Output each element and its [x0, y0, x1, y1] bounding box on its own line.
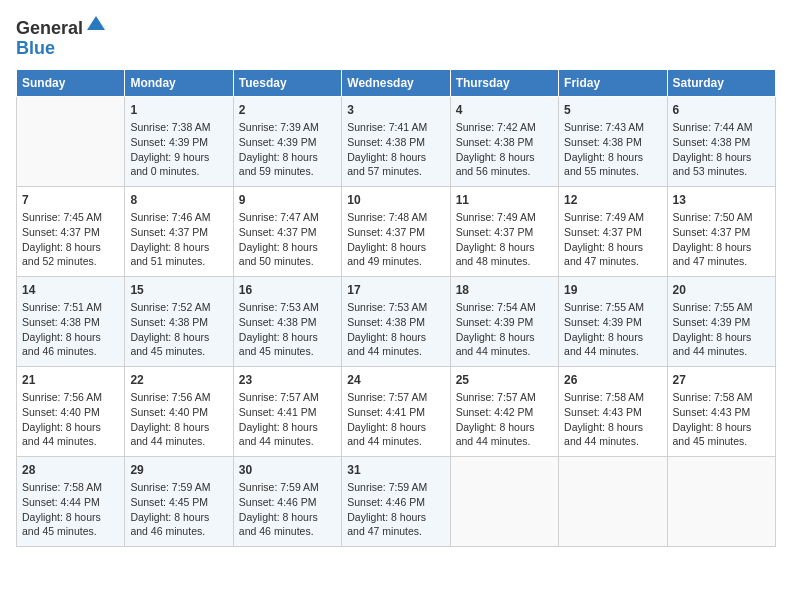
day-info: and 55 minutes. [564, 164, 661, 179]
calendar-cell [17, 96, 125, 186]
day-info: and 44 minutes. [456, 344, 553, 359]
day-info: Sunrise: 7:50 AM [673, 210, 770, 225]
day-number: 8 [130, 192, 227, 209]
day-number: 18 [456, 282, 553, 299]
weekday-header-row: SundayMondayTuesdayWednesdayThursdayFrid… [17, 69, 776, 96]
day-info: Sunrise: 7:55 AM [564, 300, 661, 315]
day-info: and 49 minutes. [347, 254, 444, 269]
calendar-week-row: 14Sunrise: 7:51 AMSunset: 4:38 PMDayligh… [17, 276, 776, 366]
day-info: Sunrise: 7:59 AM [239, 480, 336, 495]
calendar-cell: 7Sunrise: 7:45 AMSunset: 4:37 PMDaylight… [17, 186, 125, 276]
day-info: Sunrise: 7:49 AM [456, 210, 553, 225]
day-info: Sunrise: 7:53 AM [347, 300, 444, 315]
logo-blue: Blue [16, 38, 55, 58]
weekday-header: Friday [559, 69, 667, 96]
calendar-cell: 14Sunrise: 7:51 AMSunset: 4:38 PMDayligh… [17, 276, 125, 366]
day-info: and 44 minutes. [564, 344, 661, 359]
calendar-cell: 24Sunrise: 7:57 AMSunset: 4:41 PMDayligh… [342, 366, 450, 456]
day-info: Daylight: 9 hours [130, 150, 227, 165]
day-info: and 51 minutes. [130, 254, 227, 269]
calendar-cell: 1Sunrise: 7:38 AMSunset: 4:39 PMDaylight… [125, 96, 233, 186]
day-info: Daylight: 8 hours [673, 330, 770, 345]
day-number: 21 [22, 372, 119, 389]
day-number: 3 [347, 102, 444, 119]
day-info: Sunset: 4:37 PM [673, 225, 770, 240]
day-number: 13 [673, 192, 770, 209]
day-number: 29 [130, 462, 227, 479]
day-info: Daylight: 8 hours [239, 510, 336, 525]
day-info: and 44 minutes. [347, 344, 444, 359]
day-number: 31 [347, 462, 444, 479]
calendar-cell: 28Sunrise: 7:58 AMSunset: 4:44 PMDayligh… [17, 456, 125, 546]
calendar-cell [667, 456, 775, 546]
day-info: and 52 minutes. [22, 254, 119, 269]
day-info: Sunrise: 7:59 AM [347, 480, 444, 495]
day-info: Sunrise: 7:51 AM [22, 300, 119, 315]
day-info: Sunset: 4:43 PM [673, 405, 770, 420]
day-info: Daylight: 8 hours [239, 420, 336, 435]
day-number: 6 [673, 102, 770, 119]
calendar-cell [450, 456, 558, 546]
weekday-header: Thursday [450, 69, 558, 96]
day-number: 4 [456, 102, 553, 119]
day-number: 19 [564, 282, 661, 299]
day-number: 15 [130, 282, 227, 299]
day-info: and 44 minutes. [564, 434, 661, 449]
day-number: 30 [239, 462, 336, 479]
calendar-cell: 15Sunrise: 7:52 AMSunset: 4:38 PMDayligh… [125, 276, 233, 366]
day-info: Daylight: 8 hours [456, 330, 553, 345]
day-number: 14 [22, 282, 119, 299]
day-info: Sunrise: 7:57 AM [456, 390, 553, 405]
day-info: Daylight: 8 hours [564, 420, 661, 435]
day-info: and 46 minutes. [130, 524, 227, 539]
day-number: 7 [22, 192, 119, 209]
day-info: Daylight: 8 hours [239, 330, 336, 345]
day-info: and 44 minutes. [22, 434, 119, 449]
calendar-cell: 10Sunrise: 7:48 AMSunset: 4:37 PMDayligh… [342, 186, 450, 276]
day-info: Sunrise: 7:56 AM [130, 390, 227, 405]
day-info: Sunrise: 7:44 AM [673, 120, 770, 135]
day-info: Sunset: 4:41 PM [347, 405, 444, 420]
day-info: and 46 minutes. [22, 344, 119, 359]
day-info: Sunset: 4:38 PM [347, 315, 444, 330]
day-info: Sunrise: 7:58 AM [22, 480, 119, 495]
calendar-cell [559, 456, 667, 546]
day-number: 27 [673, 372, 770, 389]
day-info: Daylight: 8 hours [239, 150, 336, 165]
day-info: and 44 minutes. [347, 434, 444, 449]
calendar-cell: 3Sunrise: 7:41 AMSunset: 4:38 PMDaylight… [342, 96, 450, 186]
day-info: and 47 minutes. [564, 254, 661, 269]
day-info: Daylight: 8 hours [130, 330, 227, 345]
day-info: Daylight: 8 hours [347, 420, 444, 435]
day-info: and 53 minutes. [673, 164, 770, 179]
day-info: Daylight: 8 hours [239, 240, 336, 255]
day-info: Sunset: 4:37 PM [564, 225, 661, 240]
calendar-week-row: 1Sunrise: 7:38 AMSunset: 4:39 PMDaylight… [17, 96, 776, 186]
day-info: Sunrise: 7:41 AM [347, 120, 444, 135]
day-info: Sunrise: 7:57 AM [239, 390, 336, 405]
day-number: 1 [130, 102, 227, 119]
weekday-header: Monday [125, 69, 233, 96]
day-info: Daylight: 8 hours [130, 240, 227, 255]
day-info: and 44 minutes. [456, 434, 553, 449]
day-info: and 56 minutes. [456, 164, 553, 179]
weekday-header: Wednesday [342, 69, 450, 96]
logo-icon [85, 12, 107, 34]
day-number: 28 [22, 462, 119, 479]
day-info: Sunset: 4:38 PM [130, 315, 227, 330]
calendar-cell: 11Sunrise: 7:49 AMSunset: 4:37 PMDayligh… [450, 186, 558, 276]
day-number: 24 [347, 372, 444, 389]
calendar-week-row: 21Sunrise: 7:56 AMSunset: 4:40 PMDayligh… [17, 366, 776, 456]
day-info: Daylight: 8 hours [673, 240, 770, 255]
day-info: Daylight: 8 hours [456, 240, 553, 255]
calendar-cell: 30Sunrise: 7:59 AMSunset: 4:46 PMDayligh… [233, 456, 341, 546]
calendar-week-row: 7Sunrise: 7:45 AMSunset: 4:37 PMDaylight… [17, 186, 776, 276]
calendar-cell: 16Sunrise: 7:53 AMSunset: 4:38 PMDayligh… [233, 276, 341, 366]
day-info: Sunset: 4:46 PM [347, 495, 444, 510]
day-info: Sunset: 4:45 PM [130, 495, 227, 510]
day-info: and 45 minutes. [22, 524, 119, 539]
day-info: Daylight: 8 hours [564, 240, 661, 255]
calendar-cell: 19Sunrise: 7:55 AMSunset: 4:39 PMDayligh… [559, 276, 667, 366]
weekday-header: Tuesday [233, 69, 341, 96]
day-number: 9 [239, 192, 336, 209]
